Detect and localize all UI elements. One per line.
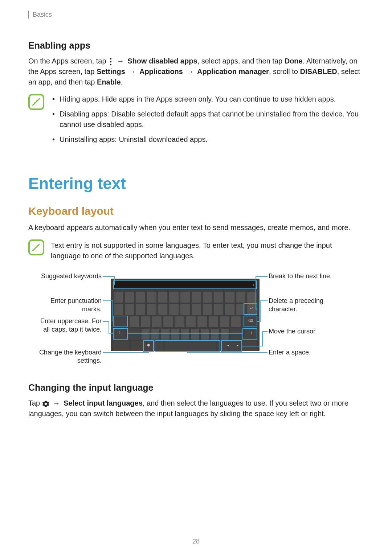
list-item: Hiding apps: Hide apps in the Apps scree… xyxy=(51,94,364,104)
arrow-icon: → xyxy=(113,57,127,65)
arrow-icon: → xyxy=(125,67,139,75)
text-bold: Select input languages xyxy=(64,399,143,407)
manual-page: Basics Enabling apps On the Apps screen,… xyxy=(0,0,392,434)
arrow-icon: → xyxy=(183,67,197,75)
heading-changing-input-language: Changing the input language xyxy=(28,382,364,393)
list-item: Disabling apps: Disable selected default… xyxy=(51,109,364,130)
note-bullet-list: Hiding apps: Hide apps in the Apps scree… xyxy=(51,94,364,149)
keyboard-layout-intro: A keyboard appears automatically when yo… xyxy=(28,222,364,233)
note-icon xyxy=(28,239,44,255)
text-bold: Done xyxy=(285,57,303,65)
heading-entering-text: Entering text xyxy=(28,175,364,193)
more-vertical-icon xyxy=(110,58,112,66)
text-bold: DISABLED xyxy=(300,67,337,75)
text: , scroll to xyxy=(269,67,300,75)
callout-connectors xyxy=(38,270,354,368)
keyboard-diagram: Suggested keywords Enter punctuation mar… xyxy=(38,270,354,368)
text-bold: Settings xyxy=(97,67,125,75)
text: . xyxy=(121,78,123,86)
enabling-apps-paragraph: On the Apps screen, tap → Show disabled … xyxy=(28,56,364,87)
svg-point-1 xyxy=(110,61,111,62)
changing-lang-paragraph: Tap → Select input languages, and then s… xyxy=(28,398,364,419)
list-item: Uninstalling apps: Uninstall downloaded … xyxy=(51,134,364,145)
svg-point-2 xyxy=(110,64,111,65)
text: Tap xyxy=(28,399,42,407)
text-bold: Enable xyxy=(97,78,121,86)
heading-keyboard-layout: Keyboard layout xyxy=(28,205,364,217)
note-text: Text entry is not supported in some lang… xyxy=(51,239,364,261)
text-bold: Application manager xyxy=(197,67,269,75)
note-block-apps: Hiding apps: Hide apps in the Apps scree… xyxy=(28,94,364,149)
arrow-icon: → xyxy=(49,399,64,407)
text-bold: Show disabled apps xyxy=(127,57,197,65)
note-icon xyxy=(28,94,44,110)
svg-point-0 xyxy=(110,58,111,59)
page-number: 28 xyxy=(0,538,392,545)
text: On the Apps screen, tap xyxy=(28,57,108,65)
note-block-language: Text entry is not supported in some lang… xyxy=(28,239,364,261)
heading-enabling-apps: Enabling apps xyxy=(28,40,364,51)
gear-icon xyxy=(42,400,49,407)
text: , select apps, and then tap xyxy=(197,57,285,65)
text-bold: Applications xyxy=(139,67,183,75)
running-header: Basics xyxy=(28,11,364,19)
